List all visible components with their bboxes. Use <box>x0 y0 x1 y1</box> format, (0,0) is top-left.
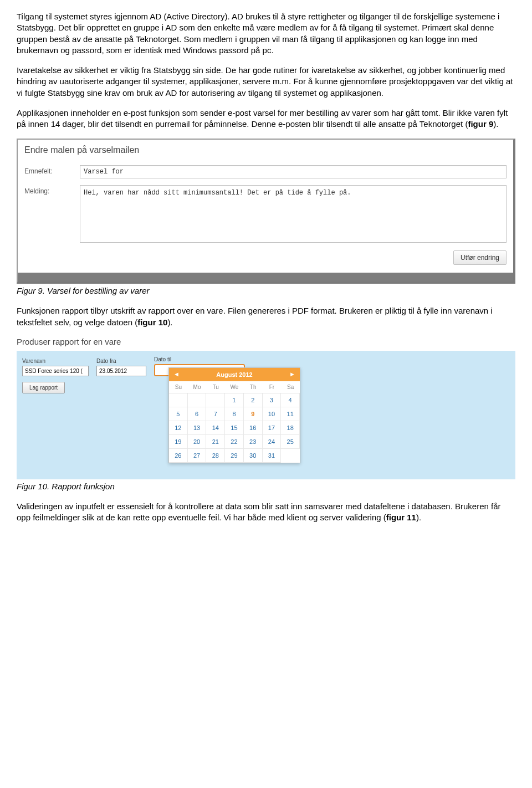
figure-9-caption: Figur 9. Varsel for bestilling av varer <box>17 286 515 295</box>
datofra-input[interactable] <box>96 366 146 376</box>
datepicker-day[interactable]: 17 <box>263 421 282 435</box>
figure-10-caption: Figur 10. Rapport funksjon <box>17 482 515 491</box>
datepicker-day[interactable]: 14 <box>206 421 225 435</box>
paragraph-5-text: Valideringen av inputfelt er essensielt … <box>17 502 501 522</box>
figure-10-ref: figur 10 <box>137 318 167 327</box>
datepicker-day[interactable]: 7 <box>206 407 225 421</box>
datepicker-day[interactable]: 22 <box>225 435 244 449</box>
datepicker-dow: Th <box>244 381 263 393</box>
datepicker-day[interactable]: 6 <box>188 407 207 421</box>
figure-10-heading: Produser rapport for en vare <box>17 337 515 346</box>
melding-label: Melding: <box>24 185 80 195</box>
datofra-label: Dato fra <box>96 358 146 364</box>
datepicker-day[interactable]: 11 <box>281 407 300 421</box>
figure-10: Produser rapport for en vare Varenavn Da… <box>17 337 515 479</box>
datepicker-title: August 2012 <box>216 371 252 378</box>
datepicker-day[interactable]: 16 <box>244 421 263 435</box>
datepicker-dow: Tu <box>206 381 225 393</box>
datepicker-day[interactable]: 10 <box>263 407 282 421</box>
datepicker-day[interactable]: 8 <box>225 407 244 421</box>
datepicker-day[interactable]: 24 <box>263 435 282 449</box>
datepicker-day[interactable]: 13 <box>188 421 207 435</box>
paragraph-1: Tilgang til systemet styres igjennom AD … <box>17 11 515 56</box>
datotil-label: Dato til <box>154 356 245 362</box>
figure-11-ref: figur 11 <box>386 513 416 522</box>
paragraph-3: Applikasjonen inneholder en e-post funks… <box>17 108 515 130</box>
datepicker-dow: Su <box>169 381 188 393</box>
datepicker-dow: Mo <box>188 381 207 393</box>
paragraph-4-text: Funksjonen rapport tilbyr utskrift av ra… <box>17 306 493 326</box>
datepicker-day[interactable]: 23 <box>244 435 263 449</box>
figure-9-ref: figur 9 <box>468 119 493 129</box>
figure-9-heading: Endre malen på varselmailen <box>24 145 507 155</box>
datepicker-next-icon[interactable]: ► <box>289 371 295 377</box>
datepicker-day: . <box>188 393 207 407</box>
datepicker-day[interactable]: 5 <box>169 407 188 421</box>
datepicker-day[interactable]: 2 <box>244 393 263 407</box>
paragraph-5-tail: ). <box>416 513 421 522</box>
datepicker-day[interactable]: 20 <box>188 435 207 449</box>
varenavn-label: Varenavn <box>22 358 89 364</box>
figure-9: Endre malen på varselmailen Emnefelt: Va… <box>17 139 515 284</box>
datepicker-day[interactable]: 12 <box>169 421 188 435</box>
datepicker-day[interactable]: 25 <box>281 435 300 449</box>
datepicker-day[interactable]: 1 <box>225 393 244 407</box>
paragraph-3-text: Applikasjonen inneholder en e-post funks… <box>17 108 508 129</box>
datepicker-dow: Fr <box>263 381 282 393</box>
datepicker-day[interactable]: 4 <box>281 393 300 407</box>
melding-textarea[interactable]: Hei, varen har nådd sitt minimumsantall!… <box>80 185 507 243</box>
varenavn-input[interactable] <box>22 366 89 376</box>
lag-rapport-button[interactable]: Lag rapport <box>22 382 65 393</box>
emnefelt-input[interactable]: Varsel for <box>80 165 507 178</box>
datepicker[interactable]: ◄ August 2012 ► SuMoTuWeThFrSa ...123456… <box>168 367 300 463</box>
emnefelt-label: Emnefelt: <box>24 165 80 175</box>
datepicker-prev-icon[interactable]: ◄ <box>173 371 180 377</box>
datepicker-day[interactable]: 19 <box>169 435 188 449</box>
datepicker-day[interactable]: 21 <box>206 435 225 449</box>
paragraph-3-tail: ). <box>493 119 498 129</box>
datepicker-day[interactable]: 30 <box>244 449 263 463</box>
datepicker-day[interactable]: 9 <box>244 407 263 421</box>
figure-9-bottom-bar <box>18 273 513 282</box>
paragraph-5: Valideringen av inputfelt er essensielt … <box>17 501 515 524</box>
utfor-endring-button[interactable]: Utfør endring <box>453 250 507 265</box>
datepicker-day[interactable]: 18 <box>281 421 300 435</box>
paragraph-2: Ivaretakelse av sikkerhet er viktig fra … <box>17 65 515 99</box>
datepicker-day[interactable]: 29 <box>225 449 244 463</box>
datepicker-day[interactable]: 3 <box>263 393 282 407</box>
datepicker-day[interactable]: 15 <box>225 421 244 435</box>
datepicker-day: . <box>169 393 188 407</box>
datepicker-day: . <box>206 393 225 407</box>
datepicker-day[interactable]: 31 <box>263 449 282 463</box>
datepicker-day[interactable]: 28 <box>206 449 225 463</box>
datepicker-dow: Sa <box>281 381 300 393</box>
datepicker-day[interactable]: 27 <box>188 449 207 463</box>
paragraph-4: Funksjonen rapport tilbyr utskrift av ra… <box>17 305 515 328</box>
paragraph-4-tail: ). <box>167 318 172 327</box>
datepicker-dow: We <box>225 381 244 393</box>
datepicker-day[interactable]: 26 <box>169 449 188 463</box>
